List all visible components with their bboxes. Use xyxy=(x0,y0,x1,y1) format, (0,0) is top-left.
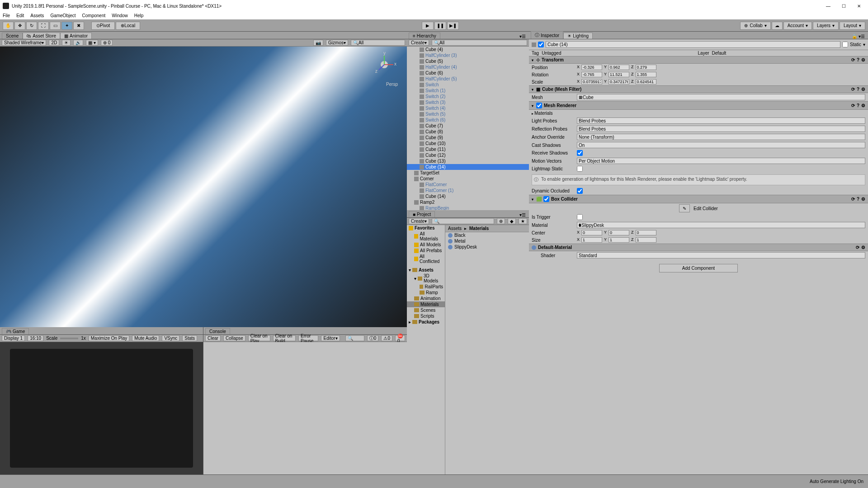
physic-material-field[interactable]: ⬮SlippyDesk xyxy=(577,222,865,228)
gear-icon[interactable]: ⚙ xyxy=(861,87,865,92)
istrigger-checkbox[interactable] xyxy=(577,214,583,220)
gizmos-dropdown[interactable]: Gizmos ▾ xyxy=(326,40,348,46)
mesh-field[interactable]: ▦Cube xyxy=(577,94,865,100)
help-icon[interactable]: ? xyxy=(857,197,859,202)
motion-dropdown[interactable]: Per Object Motion xyxy=(577,158,865,164)
vsync-toggle[interactable]: VSync xyxy=(162,335,179,341)
fav-all-conflicted[interactable]: All Conflicted xyxy=(407,253,445,264)
reset-icon[interactable]: ⟳ xyxy=(851,197,855,202)
project-search[interactable]: 🔍 xyxy=(432,218,494,224)
add-component-button[interactable]: Add Component xyxy=(659,264,738,272)
meshrenderer-enabled[interactable] xyxy=(536,103,542,108)
camera-icon[interactable]: 📷 xyxy=(313,40,323,46)
folder-3dmodels[interactable]: ▾3D Models xyxy=(407,273,445,284)
rot-z[interactable] xyxy=(636,72,656,77)
tag-dropdown[interactable]: Untagged xyxy=(542,51,695,56)
gizmo-size[interactable]: ⊕ 0 xyxy=(101,40,113,46)
gear-icon[interactable]: ⚙ xyxy=(861,245,865,250)
hierarchy-item[interactable]: Cube (12) xyxy=(407,152,529,158)
hierarchy-item[interactable]: Switch (1) xyxy=(407,88,529,94)
pos-z[interactable] xyxy=(636,65,656,70)
hierarchy-item[interactable]: Switch (5) xyxy=(407,111,529,117)
hierarchy-item[interactable]: Switch xyxy=(407,82,529,88)
hierarchy-item[interactable]: Switch (2) xyxy=(407,94,529,99)
tab-game[interactable]: 🎮Game xyxy=(2,328,29,334)
fx-toggle[interactable]: ▦ ▾ xyxy=(86,40,98,46)
pause-button[interactable]: ❚❚ xyxy=(434,22,446,30)
hierarchy-item[interactable]: Cube (4) xyxy=(407,47,529,52)
layout-dropdown[interactable]: Layout ▾ xyxy=(840,22,865,30)
console-clearplay[interactable]: Clear on Play xyxy=(248,335,270,341)
reset-icon[interactable]: ⟳ xyxy=(856,245,859,250)
tab-asset-store[interactable]: 🛍Asset Store xyxy=(23,33,60,39)
custom-tool[interactable]: ✖ xyxy=(73,22,84,30)
fav-all-models[interactable]: All Models xyxy=(407,242,445,248)
lightprobes-dropdown[interactable]: Blend Probes xyxy=(577,117,865,124)
fav-all-prefabs[interactable]: All Prefabs xyxy=(407,248,445,253)
pivot-toggle[interactable]: ⊙Pivot xyxy=(91,22,115,30)
shading-mode-dropdown[interactable]: Shaded Wireframe ▾ xyxy=(2,40,46,46)
meshfilter-component-header[interactable]: ▦ Cube (Mesh Filter) ⟳ ? ⚙ xyxy=(529,85,868,93)
menu-window[interactable]: Window xyxy=(112,13,128,18)
hierarchy-item[interactable]: FlatCorner (1) xyxy=(407,188,529,193)
meshrenderer-component-header[interactable]: Mesh Renderer ⟳ ? ⚙ xyxy=(529,101,868,110)
aspect-dropdown[interactable]: 16:10 xyxy=(28,335,43,341)
gear-icon[interactable]: ⚙ xyxy=(861,103,865,108)
hierarchy-lock-icon[interactable]: ▾☰ xyxy=(518,34,527,39)
console-warn-count[interactable]: ⚠0 xyxy=(381,335,392,341)
layers-dropdown[interactable]: Layers ▾ xyxy=(813,22,839,30)
scale-y[interactable] xyxy=(609,79,629,84)
transform-tool[interactable]: ✦ xyxy=(61,22,72,30)
maximize-button[interactable]: ☐ xyxy=(840,2,847,9)
folder-materials[interactable]: Materials xyxy=(407,301,445,307)
reset-icon[interactable]: ⟳ xyxy=(851,87,855,92)
menu-file[interactable]: File xyxy=(3,13,10,18)
recvshadows-checkbox[interactable] xyxy=(577,150,583,156)
shader-dropdown[interactable]: Standard xyxy=(577,252,865,258)
help-icon[interactable]: ? xyxy=(857,103,859,108)
hierarchy-item[interactable]: TargetSet xyxy=(407,170,529,176)
material-slippydesk[interactable]: SlippyDesk xyxy=(445,244,529,250)
tab-hierarchy[interactable]: ≡Hierarchy xyxy=(409,33,440,39)
transform-component-header[interactable]: ⊹ Transform ⟳ ? ⚙ xyxy=(529,56,868,64)
2d-toggle[interactable]: 2D xyxy=(49,40,59,46)
hierarchy-item[interactable]: RampBegin xyxy=(407,205,529,210)
console-clearbuild[interactable]: Clear on Build xyxy=(273,335,296,341)
rect-tool[interactable]: ▭ xyxy=(50,22,61,30)
move-tool[interactable]: ✥ xyxy=(14,22,25,30)
pos-x[interactable] xyxy=(581,65,602,70)
console-errorpause[interactable]: Error Pause xyxy=(298,335,318,341)
tab-inspector[interactable]: ⓘInspector xyxy=(531,31,563,39)
stats-toggle[interactable]: Stats xyxy=(182,335,197,341)
hierarchy-list[interactable]: Cube (4)HalfCylinder (3)Cube (5)HalfCyli… xyxy=(407,47,529,210)
menu-gameobject[interactable]: GameObject xyxy=(50,13,75,18)
folder-animation[interactable]: Animation xyxy=(407,296,445,301)
local-toggle[interactable]: ⊕Local xyxy=(116,22,140,30)
reset-icon[interactable]: ⟳ xyxy=(851,103,855,108)
hierarchy-item[interactable]: Cube (11) xyxy=(407,146,529,152)
breadcrumb-assets[interactable]: Assets xyxy=(448,226,462,231)
rot-y[interactable] xyxy=(609,72,629,77)
step-button[interactable]: ▶❚ xyxy=(447,22,459,30)
lighting-toggle[interactable]: ☀ xyxy=(62,40,71,46)
tab-project[interactable]: ■Project xyxy=(409,211,435,217)
project-lock-icon[interactable]: ▾☰ xyxy=(518,212,527,217)
gameobject-name-field[interactable] xyxy=(546,41,840,48)
size-x[interactable] xyxy=(581,237,602,243)
scale-z[interactable] xyxy=(636,79,656,84)
hierarchy-item[interactable]: HalfCylinder (3) xyxy=(407,52,529,58)
static-checkbox[interactable] xyxy=(842,42,848,47)
console-editor[interactable]: Editor ▾ xyxy=(321,335,340,341)
hierarchy-item[interactable]: Cube (6) xyxy=(407,70,529,76)
hierarchy-item[interactable]: HalfCylinder (4) xyxy=(407,64,529,70)
hierarchy-item[interactable]: Corner xyxy=(407,176,529,182)
hierarchy-create[interactable]: Create ▾ xyxy=(409,40,429,46)
hierarchy-item[interactable]: Ramp2 xyxy=(407,199,529,205)
hierarchy-item[interactable]: Cube (14) xyxy=(407,164,529,170)
material-metal[interactable]: Metal xyxy=(445,238,529,244)
size-z[interactable] xyxy=(636,237,656,243)
tab-console[interactable]: Console xyxy=(205,328,230,334)
boxcollider-component-header[interactable]: 🟩 Box Collider ⟳ ? ⚙ xyxy=(529,195,868,203)
project-filter-icon[interactable]: ⊕ xyxy=(497,218,505,224)
edit-collider-button[interactable]: ✎ xyxy=(679,204,690,212)
